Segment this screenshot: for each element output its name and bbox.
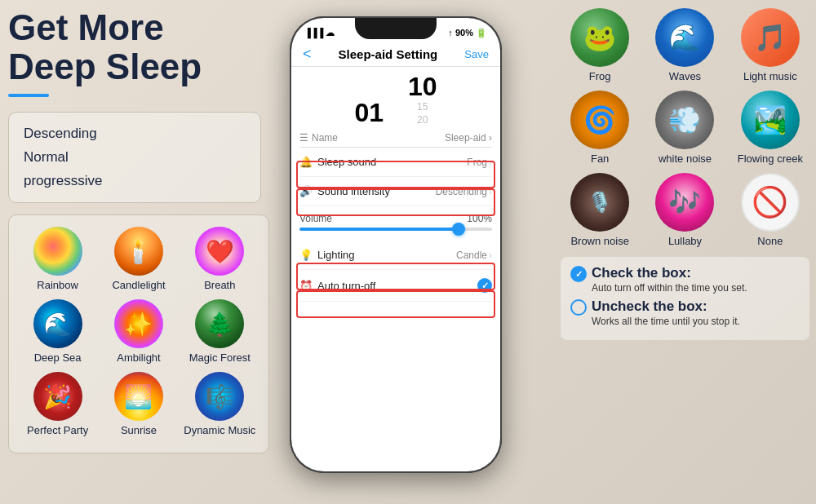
lighting-row-2: 🌊 Deep Sea ✨ Ambilight 🌲 Magic Forest — [17, 299, 260, 364]
mode-item-descending: Descending — [24, 122, 246, 146]
sound-item-frog[interactable]: 🐸 Frog — [561, 8, 639, 82]
sound-item-brownnoise[interactable]: 🎙️ Brown noise — [561, 173, 639, 247]
breath-label: Breath — [204, 279, 235, 291]
battery-indicator: ↑ 90% 🔋 — [448, 28, 487, 38]
lighting-item-ambilight[interactable]: ✨ Ambilight — [102, 299, 175, 364]
magicforest-label: Magic Forest — [189, 351, 251, 364]
settings-header-row: ☰ Name Sleep-aid › — [299, 129, 492, 148]
phone-frame: ▐▐▐ ☁ ↑ 90% 🔋 < Sleep-aid Setting Save 0… — [290, 16, 502, 473]
sound-intensity-label: 🔊 Sound intensity — [299, 185, 390, 197]
lighting-item-magicforest[interactable]: 🌲 Magic Forest — [183, 299, 256, 364]
none-label: None — [757, 235, 783, 247]
sleep-sound-value: Frog › — [467, 157, 492, 168]
timer-section: 01 10 15 20 — [291, 67, 500, 126]
check-icon: ✓ — [570, 266, 587, 282]
lighting-item-breath[interactable]: ❤️ Breath — [183, 227, 256, 291]
ambilight-icon: ✨ — [114, 299, 163, 348]
info-section: ✓ Check the box: Auto turn off within th… — [561, 257, 809, 340]
clock-icon: ⏰ — [299, 280, 313, 292]
autoturnoff-row[interactable]: ⏰ Auto turn-off ✓ — [299, 270, 492, 302]
brownnoise-label: Brown noise — [570, 235, 629, 247]
perfectparty-label: Perfect Party — [27, 424, 88, 436]
sleepaid-col-header: Sleep-aid › — [445, 132, 492, 144]
brownnoise-image: 🎙️ — [570, 173, 629, 232]
check-info-row: ✓ Check the box: Auto turn off within th… — [570, 265, 800, 294]
lighting-row-1: Rainbow 🕯️ Candlelight ❤️ Breath — [17, 227, 260, 291]
volume-slider-track[interactable] — [299, 228, 492, 231]
candlelight-icon: 🕯️ — [114, 227, 163, 276]
sound-grid: 🐸 Frog 🌊 Waves 🎵 Light music 🌀 Fan 💨 whi… — [561, 8, 809, 247]
mode-item-progressive: progresssive — [24, 170, 246, 193]
phone-section: ▐▐▐ ☁ ↑ 90% 🔋 < Sleep-aid Setting Save 0… — [282, 4, 510, 502]
sound-intensity-value: Descending › — [436, 186, 492, 197]
candlelight-label: Candlelight — [112, 279, 165, 291]
lighting-grid: Rainbow 🕯️ Candlelight ❤️ Breath 🌊 Deep … — [8, 214, 269, 453]
back-button[interactable]: < — [303, 46, 312, 63]
lighting-settings-section: 💡 Lighting Candle › ⏰ Auto turn-off — [291, 237, 500, 305]
name-col-header: ☰ Name — [299, 132, 338, 144]
settings-section: ☰ Name Sleep-aid › 🔔 Sleep sound Frog — [291, 126, 500, 210]
none-image: 🚫 — [741, 173, 800, 232]
modes-box: Descending Normal progresssive — [8, 112, 261, 204]
frog-image: 🐸 — [570, 8, 629, 67]
sound-item-lullaby[interactable]: 🎶 Lullaby — [645, 173, 724, 247]
sound-item-waves[interactable]: 🌊 Waves — [645, 8, 724, 82]
uncheck-icon — [570, 299, 587, 316]
timer-sub2: 20 — [408, 114, 437, 126]
signal-indicator: ▐▐▐ ☁ — [304, 28, 335, 38]
autoturnoff-checkbox[interactable]: ✓ — [477, 278, 492, 293]
timer-hours[interactable]: 01 — [354, 99, 384, 126]
timer-sub1: 15 — [408, 101, 437, 113]
breath-icon: ❤️ — [195, 227, 244, 276]
dynamicmusic-icon: 🎼 — [195, 372, 244, 421]
waves-image: 🌊 — [655, 8, 714, 67]
volume-label-row: Volume 100% — [299, 213, 492, 224]
whitenoise-label: white noise — [659, 153, 712, 165]
sunrise-label: Sunrise — [121, 424, 157, 436]
deepsea-label: Deep Sea — [34, 351, 82, 364]
lighting-item-perfectparty[interactable]: 🎉 Perfect Party — [21, 372, 95, 436]
phone-inner: ▐▐▐ ☁ ↑ 90% 🔋 < Sleep-aid Setting Save 0… — [291, 18, 500, 471]
checked-icon: ✓ — [477, 278, 492, 293]
chevron-icon-3: › — [489, 250, 492, 261]
lighting-item-rainbow[interactable]: Rainbow — [21, 227, 95, 291]
sound-item-fan[interactable]: 🌀 Fan — [561, 91, 639, 165]
lighting-value: Candle › — [456, 250, 492, 261]
app-title: Sleep-aid Setting — [339, 47, 438, 61]
timer-minutes[interactable]: 10 — [408, 73, 437, 99]
save-button[interactable]: Save — [464, 48, 489, 60]
frog-label: Frog — [589, 70, 611, 82]
lighting-item-candlelight[interactable]: 🕯️ Candlelight — [102, 227, 175, 291]
dynamicmusic-label: Dynamic Music — [184, 424, 255, 436]
uncheck-info-row: Uncheck the box: Works all the time unti… — [570, 298, 800, 327]
sound-item-lightmusic[interactable]: 🎵 Light music — [731, 8, 809, 82]
lighting-item-sunrise[interactable]: 🌅 Sunrise — [102, 372, 175, 436]
perfectparty-icon: 🎉 — [33, 372, 82, 421]
magicforest-icon: 🌲 — [195, 299, 244, 348]
phone-notch — [355, 18, 437, 39]
accent-line — [8, 94, 49, 97]
lighting-row-3: 🎉 Perfect Party 🌅 Sunrise 🎼 Dynamic Musi… — [17, 372, 260, 436]
sound-item-flowingcreek[interactable]: 🏞️ Flowing creek — [731, 91, 809, 165]
right-section: 🐸 Frog 🌊 Waves 🎵 Light music 🌀 Fan 💨 whi… — [561, 8, 809, 340]
lightmusic-label: Light music — [743, 70, 797, 82]
light-icon: 💡 — [299, 249, 313, 261]
lighting-row-setting[interactable]: 💡 Lighting Candle › — [299, 241, 492, 270]
flowingcreek-label: Flowing creek — [738, 153, 803, 165]
waves-label: Waves — [669, 70, 701, 82]
lullaby-label: Lullaby — [668, 235, 702, 247]
lighting-item-deepsea[interactable]: 🌊 Deep Sea — [21, 299, 95, 364]
volume-slider-thumb[interactable] — [452, 223, 465, 236]
sunrise-icon: 🌅 — [114, 372, 163, 421]
check-desc: Auto turn off within the time you set. — [592, 282, 747, 294]
lullaby-image: 🎶 — [655, 173, 714, 232]
menu-icon: ☰ — [299, 132, 308, 144]
sound-item-none[interactable]: 🚫 None — [731, 173, 809, 247]
sound-item-whitenoise[interactable]: 💨 white noise — [645, 91, 724, 165]
sound-intensity-row[interactable]: 🔊 Sound intensity Descending › — [299, 177, 492, 206]
sleep-sound-label: 🔔 Sleep sound — [299, 156, 376, 168]
lighting-item-dynamicmusic[interactable]: 🎼 Dynamic Music — [183, 372, 256, 436]
volume-value: 100% — [467, 213, 492, 224]
left-section: Get More Deep Sleep Descending Normal pr… — [8, 8, 286, 453]
sleep-sound-row[interactable]: 🔔 Sleep sound Frog › — [299, 148, 492, 177]
